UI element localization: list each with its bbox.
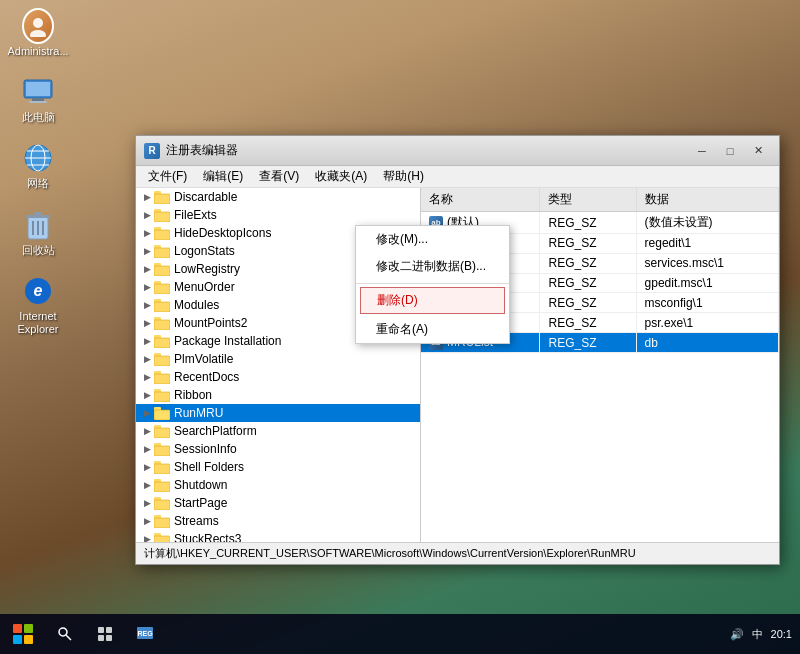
- expand-icon[interactable]: ▶: [140, 280, 154, 294]
- menu-file[interactable]: 文件(F): [140, 166, 195, 187]
- expand-icon[interactable]: ▶: [140, 298, 154, 312]
- folder-icon: [154, 389, 170, 402]
- context-menu-modify[interactable]: 修改(M)...: [356, 226, 509, 253]
- speaker-icon[interactable]: 🔊: [730, 628, 744, 641]
- tree-item-label: FileExts: [174, 208, 217, 222]
- folder-icon: [154, 317, 170, 330]
- tree-item-label: PlmVolatile: [174, 352, 233, 366]
- menu-edit[interactable]: 编辑(E): [195, 166, 251, 187]
- ime-indicator[interactable]: 中: [752, 627, 763, 642]
- context-menu: 修改(M)... 修改二进制数据(B)... 删除(D) 重命名(A): [355, 225, 510, 344]
- desktop-icon-computer[interactable]: 此电脑: [10, 76, 66, 124]
- expand-icon[interactable]: ▶: [140, 352, 154, 366]
- recycle-bin-icon: [22, 209, 54, 241]
- tree-item-searchplatform[interactable]: ▶ SearchPlatform: [136, 422, 420, 440]
- menu-view[interactable]: 查看(V): [251, 166, 307, 187]
- col-type: 类型: [540, 188, 636, 212]
- folder-icon: [154, 515, 170, 528]
- menu-help[interactable]: 帮助(H): [375, 166, 432, 187]
- expand-icon[interactable]: ▶: [140, 370, 154, 384]
- svg-point-0: [33, 18, 43, 28]
- tree-item-startpage[interactable]: ▶ StartPage: [136, 494, 420, 512]
- svg-rect-55: [154, 410, 170, 420]
- close-button[interactable]: ✕: [745, 141, 771, 161]
- expand-icon[interactable]: ▶: [140, 388, 154, 402]
- desktop-icon-user-label: Administra...: [7, 45, 68, 58]
- expand-icon[interactable]: ▶: [140, 460, 154, 474]
- expand-icon[interactable]: ▶: [140, 226, 154, 240]
- context-menu-rename[interactable]: 重命名(A): [356, 316, 509, 343]
- desktop-icon-ie[interactable]: e Internet Explorer: [10, 275, 66, 336]
- svg-rect-31: [154, 266, 170, 276]
- desktop-icon-recycle[interactable]: 回收站: [10, 209, 66, 257]
- maximize-button[interactable]: □: [717, 141, 743, 161]
- title-bar[interactable]: R 注册表编辑器 ─ □ ✕: [136, 136, 779, 166]
- tree-item-runmru[interactable]: ▶ RunMRU: [136, 404, 420, 422]
- expand-icon[interactable]: ▶: [140, 514, 154, 528]
- tree-item-label: Ribbon: [174, 388, 212, 402]
- expand-icon[interactable]: ▶: [140, 424, 154, 438]
- svg-rect-22: [154, 212, 170, 222]
- folder-open-icon: [154, 407, 170, 420]
- system-tray: 🔊 中 20:1: [730, 627, 800, 642]
- expand-icon[interactable]: ▶: [140, 190, 154, 204]
- expand-icon[interactable]: ▶: [140, 406, 154, 420]
- desktop-icon-user[interactable]: Administra...: [10, 10, 66, 58]
- tree-item-label: StuckRects3: [174, 532, 241, 542]
- minimize-button[interactable]: ─: [689, 141, 715, 161]
- expand-icon[interactable]: ▶: [140, 442, 154, 456]
- desktop-icon-recycle-label: 回收站: [22, 244, 55, 257]
- folder-icon: [154, 209, 170, 222]
- tree-item-sessioninfo[interactable]: ▶ SessionInfo: [136, 440, 420, 458]
- expand-icon[interactable]: ▶: [140, 478, 154, 492]
- svg-rect-46: [154, 356, 170, 366]
- svg-rect-13: [34, 212, 42, 215]
- expand-icon[interactable]: ▶: [140, 316, 154, 330]
- svg-rect-62: [154, 443, 161, 447]
- svg-rect-61: [154, 446, 170, 456]
- svg-rect-35: [154, 281, 161, 285]
- status-text: 计算机\HKEY_CURRENT_USER\SOFTWARE\Microsoft…: [144, 546, 636, 561]
- tree-item-recentdocs[interactable]: ▶ RecentDocs: [136, 368, 420, 386]
- expand-icon[interactable]: ▶: [140, 208, 154, 222]
- folder-icon: [154, 497, 170, 510]
- desktop-icon-network[interactable]: 网络: [10, 142, 66, 190]
- folder-icon: [154, 299, 170, 312]
- svg-rect-47: [154, 353, 161, 357]
- tree-item-streams[interactable]: ▶ Streams: [136, 512, 420, 530]
- tree-item-discardable[interactable]: ▶ Discardable: [136, 188, 420, 206]
- taskbar: REG 🔊 中 20:1: [0, 614, 800, 654]
- expand-icon[interactable]: ▶: [140, 334, 154, 348]
- start-button[interactable]: [0, 614, 45, 654]
- svg-rect-52: [154, 392, 170, 402]
- svg-rect-85: [106, 627, 112, 633]
- computer-icon: [22, 76, 54, 108]
- svg-rect-34: [154, 284, 170, 294]
- taskbar-regedit-button[interactable]: REG: [127, 616, 163, 652]
- svg-rect-71: [154, 497, 161, 501]
- tree-item-shellfolders[interactable]: ▶ Shell Folders: [136, 458, 420, 476]
- context-menu-delete[interactable]: 删除(D): [360, 287, 505, 314]
- tree-item-shutdown[interactable]: ▶ Shutdown: [136, 476, 420, 494]
- svg-line-83: [66, 635, 71, 640]
- tree-item-plmvolatile[interactable]: ▶ PlmVolatile: [136, 350, 420, 368]
- tree-item-fileexts[interactable]: ▶ FileExts: [136, 206, 420, 224]
- expand-icon[interactable]: ▶: [140, 244, 154, 258]
- expand-icon[interactable]: ▶: [140, 532, 154, 542]
- tree-item-label: RunMRU: [174, 406, 223, 420]
- tree-item-ribbon[interactable]: ▶ Ribbon: [136, 386, 420, 404]
- regedit-icon: R: [144, 143, 160, 159]
- menu-favorites[interactable]: 收藏夹(A): [307, 166, 375, 187]
- windows-logo-icon: [13, 624, 33, 644]
- tree-item-stuckrects3[interactable]: ▶ StuckRects3: [136, 530, 420, 542]
- taskbar-search-button[interactable]: [47, 616, 83, 652]
- tree-item-label: Shell Folders: [174, 460, 244, 474]
- expand-icon[interactable]: ▶: [140, 496, 154, 510]
- tree-item-label: SessionInfo: [174, 442, 237, 456]
- taskbar-taskview-button[interactable]: [87, 616, 123, 652]
- tree-item-label: HideDesktopIcons: [174, 226, 271, 240]
- expand-icon[interactable]: ▶: [140, 262, 154, 276]
- context-menu-modify-binary[interactable]: 修改二进制数据(B)...: [356, 253, 509, 280]
- value-type: REG_SZ: [540, 253, 636, 273]
- svg-rect-64: [154, 464, 170, 474]
